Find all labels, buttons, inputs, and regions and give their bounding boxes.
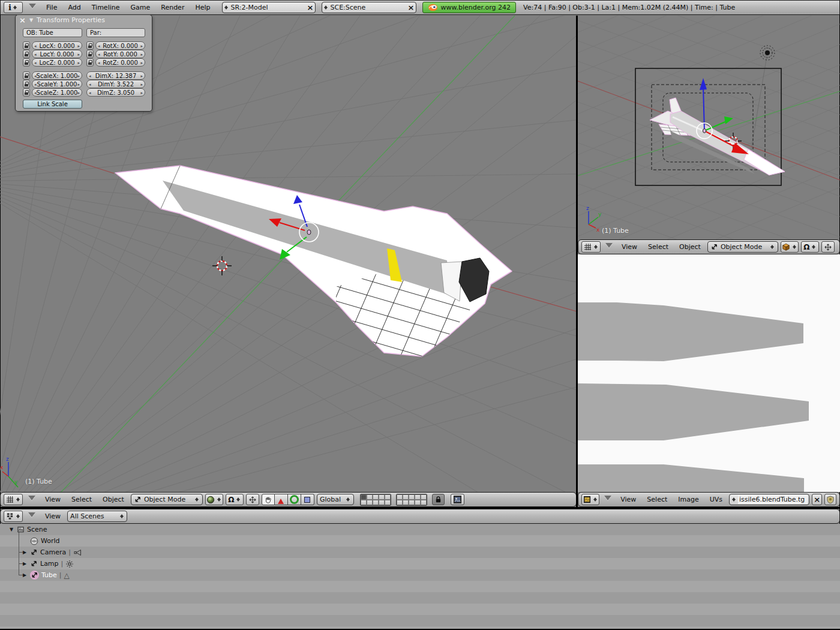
close-icon[interactable]: ×: [19, 16, 26, 24]
tree-row-camera[interactable]: ▶ Camera |: [22, 547, 82, 558]
manipulator-hand-button[interactable]: [262, 494, 275, 505]
stepper-icon[interactable]: [323, 4, 329, 11]
lock-icon[interactable]: [23, 80, 30, 88]
collapse-menus-icon[interactable]: [28, 496, 35, 504]
menu-file[interactable]: File: [42, 2, 61, 13]
unlink-image-button[interactable]: ×: [812, 494, 822, 505]
collapse-icon[interactable]: ▼: [8, 527, 14, 532]
scene-selector[interactable]: SCE:Scene ×: [322, 2, 416, 13]
stepper-icon[interactable]: [770, 243, 775, 251]
window-type-button[interactable]: i: [4, 2, 23, 13]
stepper-icon[interactable]: [346, 496, 351, 503]
orientation-dropdown[interactable]: Global: [317, 494, 354, 505]
expand-icon[interactable]: ▶: [22, 550, 28, 555]
menu-help[interactable]: Help: [191, 2, 214, 13]
tree-item-label[interactable]: Scene: [27, 526, 47, 533]
menu-view[interactable]: View: [41, 494, 65, 505]
window-type-button[interactable]: [581, 494, 599, 505]
lock-icon[interactable]: [86, 41, 94, 50]
link-scale-button[interactable]: Link Scale: [23, 100, 82, 109]
collapse-menus-icon[interactable]: [28, 512, 35, 521]
scalez-field[interactable]: ◂ScaleZ: 1.000▸: [32, 88, 82, 97]
image-name-value[interactable]: issile6.blendTube.tg: [738, 495, 808, 504]
menu-select[interactable]: Select: [67, 494, 96, 505]
menu-image[interactable]: Image: [674, 494, 703, 505]
collapse-menus-icon[interactable]: [604, 496, 611, 504]
dimz-field[interactable]: ◂DimZ: 3.050▸: [86, 88, 145, 97]
draw-type-button[interactable]: [205, 494, 223, 505]
window-type-button[interactable]: [4, 511, 23, 522]
parent-field[interactable]: Par:: [86, 28, 145, 37]
lock-icon[interactable]: [23, 58, 30, 67]
stepper-icon[interactable]: [593, 243, 598, 251]
menu-view[interactable]: View: [617, 242, 641, 252]
locx-field[interactable]: ◂LocX: 0.000▸: [32, 41, 82, 50]
vertical-splitter[interactable]: [576, 16, 578, 507]
mesh-icon[interactable]: △: [64, 571, 70, 580]
dimx-field[interactable]: ◂DimX: 12.387▸: [86, 71, 145, 80]
tree-item-label[interactable]: Camera: [40, 548, 66, 556]
menu-timeline[interactable]: Timeline: [88, 2, 124, 13]
window-type-button[interactable]: [581, 241, 601, 253]
manipulator-translate-button[interactable]: [275, 494, 288, 505]
layer-1-active[interactable]: [361, 494, 367, 500]
missile-model[interactable]: [115, 166, 516, 383]
menu-uvs[interactable]: UVs: [706, 494, 727, 505]
stepper-icon[interactable]: [731, 496, 736, 503]
lock-icon[interactable]: [86, 50, 94, 58]
tree-row-lamp[interactable]: ▶ Lamp |: [22, 558, 74, 569]
transform-properties-panel[interactable]: × ▼ Transform Properties OB: Tube Par: ◂…: [15, 14, 152, 112]
scenes-dropdown[interactable]: All Scenes: [67, 511, 127, 522]
expand-icon[interactable]: ▶: [22, 561, 28, 566]
uv-image-editor[interactable]: [578, 254, 840, 492]
manipulator-widget-button[interactable]: [821, 241, 835, 253]
scene-selector-value[interactable]: SCE:Scene: [331, 4, 406, 11]
layer-buttons-group2[interactable]: [396, 494, 427, 506]
locy-field[interactable]: ◂LocY: 0.000▸: [32, 50, 82, 58]
roty-field[interactable]: ◂RotY: 0.000▸: [95, 50, 145, 58]
lock-icon[interactable]: [23, 71, 30, 80]
ob-name-field[interactable]: OB: Tube: [23, 28, 82, 37]
viewport-camera[interactable]: z y x (1) Tube: [578, 16, 840, 239]
manipulator-rotate-button[interactable]: [288, 494, 301, 505]
render-preview-button[interactable]: [451, 494, 464, 505]
menu-view[interactable]: View: [41, 511, 65, 521]
menu-view[interactable]: View: [616, 494, 640, 505]
blender-org-link-label[interactable]: www.blender.org 242: [441, 4, 511, 11]
stepper-icon[interactable]: [13, 4, 18, 11]
scalex-field[interactable]: ◂ScaleX: 1.000▸: [32, 71, 82, 80]
orientation-value[interactable]: Global: [320, 496, 343, 503]
stepper-icon[interactable]: [15, 496, 20, 503]
menu-select[interactable]: Select: [643, 494, 671, 505]
screen-selector[interactable]: SR:2-Model ×: [222, 2, 316, 13]
image-name-field[interactable]: issile6.blendTube.tg: [729, 494, 809, 505]
mode-value[interactable]: Object Mode: [144, 496, 192, 503]
close-icon[interactable]: ×: [307, 4, 314, 11]
menu-render[interactable]: Render: [157, 2, 188, 13]
tree-item-label[interactable]: Tube: [41, 571, 57, 579]
tree-item-label[interactable]: World: [41, 537, 60, 545]
stepper-icon[interactable]: [194, 496, 200, 503]
lock-icon[interactable]: [86, 58, 94, 67]
lock-layers-button[interactable]: [432, 494, 445, 505]
mode-dropdown[interactable]: Object Mode: [131, 494, 203, 505]
pack-image-button[interactable]: [824, 494, 836, 505]
scenes-value[interactable]: All Scenes: [70, 512, 116, 520]
rotx-field[interactable]: ◂RotX: 0.000▸: [95, 41, 145, 50]
expand-icon[interactable]: ▶: [22, 572, 28, 578]
stepper-icon[interactable]: [216, 496, 221, 503]
gizmo-y-arrowhead[interactable]: [724, 116, 733, 124]
stepper-icon[interactable]: [811, 243, 816, 251]
layer-buttons-group1[interactable]: [360, 494, 391, 506]
screen-selector-value[interactable]: SR:2-Model: [231, 4, 305, 11]
collapse-menus-icon[interactable]: [29, 4, 36, 12]
gizmo-z-arrowhead[interactable]: [700, 78, 707, 90]
menu-object[interactable]: Object: [675, 242, 705, 252]
tree-row-tube[interactable]: ▶ Tube | △: [22, 569, 70, 581]
tree-row-scene[interactable]: ▼ Scene: [8, 524, 47, 535]
menu-select[interactable]: Select: [644, 242, 673, 252]
menu-game[interactable]: Game: [127, 2, 155, 13]
scaley-field[interactable]: ◂ScaleY: 1.000▸: [32, 80, 82, 88]
dimy-field[interactable]: ◂DimY: 3.522▸: [86, 80, 145, 88]
lamp-object[interactable]: [751, 46, 775, 152]
